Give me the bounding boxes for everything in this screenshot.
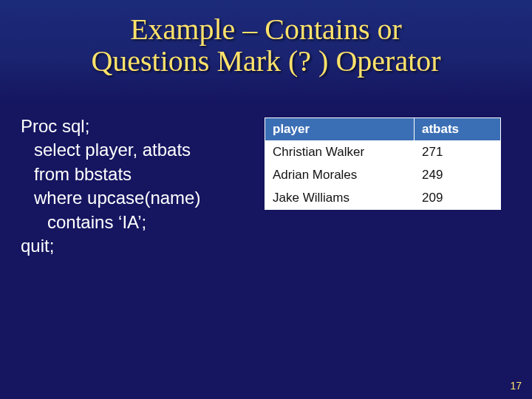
code-line: Proc sql; — [21, 115, 265, 138]
cell-atbats: 209 — [415, 187, 501, 210]
title-line-1: Example – Contains or — [0, 13, 532, 45]
title-line-2: Questions Mark (? ) Operator — [0, 45, 532, 77]
cell-player: Jake Williams — [265, 187, 415, 210]
code-line: quit; — [21, 234, 265, 258]
code-line: contains ‘IA’; — [21, 211, 265, 234]
cell-atbats: 249 — [415, 164, 501, 187]
table-row: Christian Walker 271 — [265, 141, 501, 164]
slide-title: Example – Contains or Questions Mark (? … — [0, 0, 532, 77]
cell-player: Adrian Morales — [265, 164, 415, 187]
cell-player: Christian Walker — [265, 141, 415, 164]
code-line: select player, atbats — [21, 138, 265, 162]
table-row: Jake Williams 209 — [265, 187, 501, 210]
code-line: where upcase(name) — [21, 186, 265, 210]
table-header-row: player atbats — [265, 118, 501, 141]
col-header-atbats: atbats — [415, 118, 501, 141]
result-table: player atbats Christian Walker 271 Adria… — [265, 117, 501, 210]
cell-atbats: 271 — [415, 141, 501, 164]
result-table-wrap: player atbats Christian Walker 271 Adria… — [265, 115, 514, 210]
page-number: 17 — [510, 380, 522, 392]
col-header-player: player — [265, 118, 415, 141]
table-row: Adrian Morales 249 — [265, 164, 501, 187]
slide-body: Proc sql; select player, atbats from bbs… — [21, 115, 514, 369]
code-line: from bbstats — [21, 163, 265, 186]
sql-code-block: Proc sql; select player, atbats from bbs… — [21, 115, 265, 258]
